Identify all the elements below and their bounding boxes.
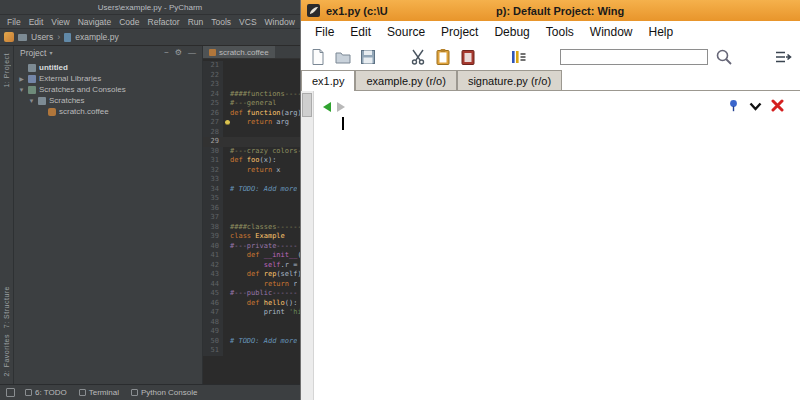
line-number: 33 — [203, 175, 223, 185]
wing-menu-file[interactable]: File — [307, 25, 342, 39]
wing-menu-debug[interactable]: Debug — [486, 25, 537, 39]
statusbar-python-console[interactable]: Python Console — [131, 388, 197, 397]
pycharm-menu-navigate[interactable]: Navigate — [74, 17, 116, 27]
pycharm-menu-code[interactable]: Code — [115, 17, 143, 27]
pushpin-icon[interactable] — [727, 99, 740, 112]
line-number: 41 — [203, 251, 223, 261]
back-arrow-icon[interactable] — [321, 101, 333, 113]
wing-menu-window[interactable]: Window — [582, 25, 641, 39]
tab-scratch-coffee[interactable]: scratch.coffee — [203, 46, 275, 58]
toolwindow-project-button[interactable]: 1: Project — [3, 53, 10, 88]
pycharm-menu-window[interactable]: Window — [261, 17, 299, 27]
save-icon[interactable] — [359, 48, 377, 66]
code-line-48: 48 — [203, 318, 300, 328]
wing-menu-help[interactable]: Help — [641, 25, 682, 39]
chevron-down-icon[interactable]: ▾ — [49, 49, 52, 56]
chevron-down-icon[interactable] — [749, 102, 762, 111]
pycharm-editor-column: scratch.coffee 21222324####functions----… — [203, 46, 300, 384]
tree-item-scratches-and-consoles[interactable]: ▼Scratches and Consoles — [14, 84, 202, 95]
pycharm-main: 1: Project 7: Structure 2: Favorites Pro… — [0, 46, 300, 384]
tree-item-scratches[interactable]: ▼Scratches — [14, 95, 202, 106]
wing-menu-project[interactable]: Project — [433, 25, 486, 39]
scrollbar-thumb[interactable] — [302, 93, 312, 117]
project-panel-header: Project ▾ − ⚙ — — [14, 46, 202, 59]
settings-gear-icon[interactable]: ⚙ — [175, 48, 182, 57]
toolwindow-favorites-button[interactable]: 2: Favorites — [3, 334, 10, 377]
wing-titlebar[interactable]: ex1.py (c:\U p): Default Project: Wing — [301, 0, 800, 21]
intention-bulb-icon[interactable] — [225, 120, 230, 125]
paste-icon[interactable] — [459, 48, 477, 66]
pycharm-menu-tools[interactable]: Tools — [207, 17, 235, 27]
indent-tools-icon[interactable] — [509, 48, 527, 66]
code-line-37: 37 — [203, 213, 300, 223]
toolwindow-structure-button[interactable]: 7: Structure — [3, 286, 10, 328]
line-number: 48 — [203, 318, 223, 328]
code-editor[interactable]: 21222324####functions--------------25#--… — [203, 59, 300, 384]
pycharm-menu-vcs[interactable]: VCS — [235, 17, 260, 27]
line-number: 44 — [203, 280, 223, 290]
new-file-icon[interactable] — [309, 48, 327, 66]
chevron-down-icon[interactable]: ▼ — [28, 98, 35, 104]
cut-icon[interactable] — [409, 48, 427, 66]
pycharm-statusbar: 6: TODOTerminalPython Console — [0, 384, 300, 400]
line-number: 43 — [203, 270, 223, 280]
code-text: self.r = 0 — [223, 261, 300, 271]
collapse-all-icon[interactable]: − — [164, 48, 169, 57]
tree-item-label: scratch.coffee — [59, 107, 109, 116]
toolwindow-toggle-icon[interactable] — [6, 388, 15, 397]
wing-menu-tools[interactable]: Tools — [538, 25, 582, 39]
code-line-51: 51 — [203, 346, 300, 356]
tree-item-external-libraries[interactable]: ▶External Libraries — [14, 73, 202, 84]
code-text: def __init__(self): — [223, 251, 300, 261]
wing-toolbar — [301, 43, 800, 70]
line-number: 26 — [203, 109, 223, 119]
editor-scrollbar[interactable] — [301, 91, 314, 400]
search-icon[interactable] — [715, 48, 733, 66]
tree-item-untitled[interactable]: untitled — [14, 62, 202, 73]
project-panel-title[interactable]: Project — [20, 48, 46, 58]
line-number: 31 — [203, 156, 223, 166]
wing-editor[interactable] — [301, 91, 800, 400]
code-text: def hello(): — [223, 299, 297, 309]
statusbar-6-todo[interactable]: 6: TODO — [25, 388, 67, 397]
wing-menu-edit[interactable]: Edit — [342, 25, 379, 39]
forward-arrow-icon[interactable] — [335, 101, 347, 113]
line-number: 35 — [203, 194, 223, 204]
line-number: 39 — [203, 232, 223, 242]
code-line-26: 26def function(arg): — [203, 109, 300, 119]
pycharm-menu-view[interactable]: View — [47, 17, 73, 27]
panel-toggle-icon[interactable] — [774, 48, 792, 66]
tree-item-scratch-coffee[interactable]: scratch.coffee — [14, 106, 202, 117]
wing-menu-source[interactable]: Source — [379, 25, 433, 39]
pycharm-menu-edit[interactable]: Edit — [25, 17, 48, 27]
pycharm-toolbar: Users › example.py — [0, 29, 300, 46]
copy-icon[interactable] — [434, 48, 452, 66]
pycharm-titlebar[interactable]: Users\example.py - PyCharm — [0, 0, 300, 15]
search-input[interactable] — [560, 49, 708, 65]
chevron-down-icon[interactable]: ▼ — [18, 87, 25, 93]
tab-example-py-r-o[interactable]: example.py (r/o) — [355, 70, 456, 90]
code-text: # TODO: Add more — [223, 337, 297, 347]
wing-title-center: p): Default Project: Wing — [496, 5, 624, 17]
library-icon — [28, 75, 36, 83]
code-line-49: 49 — [203, 327, 300, 337]
tab-ex1-py[interactable]: ex1.py — [301, 70, 355, 91]
close-icon[interactable] — [771, 99, 784, 112]
pycharm-menu-file[interactable]: File — [3, 17, 25, 27]
editor-tab-bar: scratch.coffee — [203, 46, 300, 59]
breadcrumb-file[interactable]: example.py — [75, 32, 118, 42]
pycharm-menu-refactor[interactable]: Refactor — [144, 17, 184, 27]
code-line-34: 34# TODO: Add more — [203, 185, 300, 195]
code-line-28: 28 — [203, 128, 300, 138]
line-number: 37 — [203, 213, 223, 223]
wing-title-left: ex1.py (c:\U — [326, 5, 388, 17]
pycharm-menu-run[interactable]: Run — [184, 17, 208, 27]
breadcrumb-root[interactable]: Users — [31, 32, 53, 42]
code-text: ####functions-------------- — [223, 90, 300, 100]
chevron-right-icon[interactable]: ▶ — [18, 75, 25, 82]
tab-signature-py-r-o[interactable]: signature.py (r/o) — [457, 70, 562, 90]
statusbar-terminal[interactable]: Terminal — [79, 388, 119, 397]
wing-window: ex1.py (c:\U p): Default Project: Wing F… — [300, 0, 800, 400]
open-file-icon[interactable] — [334, 48, 352, 66]
hide-panel-icon[interactable]: — — [188, 48, 196, 57]
